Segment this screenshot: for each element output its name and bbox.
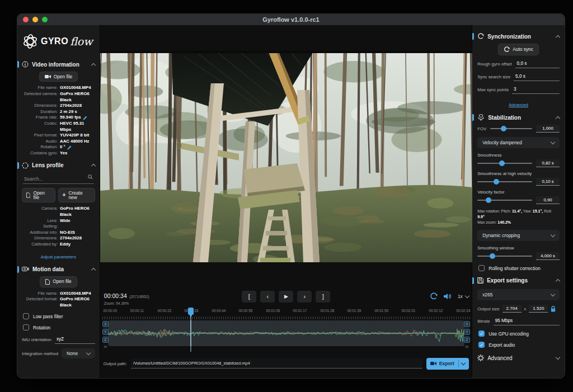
sync-search-size-label: Sync search size <box>477 74 510 79</box>
video-camera-icon <box>430 361 436 366</box>
prev-frame-button[interactable]: ‹ <box>260 291 275 303</box>
tick-label: 00:02:24 <box>456 309 470 313</box>
maximize-button[interactable] <box>42 17 48 22</box>
gyro-waveform-box[interactable] <box>108 320 464 346</box>
export-options-chevron-icon[interactable] <box>461 361 466 365</box>
section-export-settings[interactable]: Export settings <box>472 276 565 285</box>
section-video-information[interactable]: Video information <box>17 60 100 69</box>
output-path-input[interactable] <box>131 358 422 369</box>
checkbox-unchecked[interactable] <box>23 313 29 319</box>
edit-pencil-icon[interactable] <box>67 145 72 150</box>
adjust-parameters-link[interactable]: Adjust parameters <box>41 254 76 259</box>
sync-advanced-link[interactable]: Advanced <box>509 102 528 107</box>
motion-data-list: File name:GX010048.MP4 Detected format:G… <box>22 291 95 309</box>
axis-z-button-left[interactable]: Z <box>102 337 109 343</box>
play-button[interactable]: ▶ <box>279 291 293 303</box>
player-controls: 00:00:34 (2071/8952) Zoom: 94.39% [ ‹ ▶ … <box>100 289 472 307</box>
fov-value[interactable]: 1,000 <box>536 125 560 133</box>
gyro-timeline[interactable]: X Y Z W X Y Z W <box>102 320 470 351</box>
frame-counter: (2071/8952) <box>129 295 149 299</box>
info-row: Audio:AAC 48000 Hz <box>22 139 95 145</box>
info-row: Rotation:0 ° <box>22 144 95 150</box>
fov-slider[interactable] <box>490 125 532 132</box>
axis-y-button-left[interactable]: Y <box>102 329 109 335</box>
axis-x-button-left[interactable]: X <box>102 321 109 327</box>
chevron-down-icon <box>465 293 469 297</box>
axis-x-button-right[interactable]: X <box>464 321 470 327</box>
smoothness-high-velocity-value[interactable]: 0,10 s <box>536 178 560 186</box>
section-lens-profile[interactable]: Lens profile <box>17 161 100 170</box>
minimize-button[interactable] <box>32 17 38 22</box>
smoothness-high-velocity-slider[interactable] <box>477 178 532 185</box>
max-rotation-readout: Max rotation: Pitch: 11.4°, Yaw: 15.1°, … <box>477 209 560 225</box>
checkbox-checked[interactable]: ✓ <box>478 342 485 348</box>
velocity-factor-value[interactable]: 0,90 <box>536 196 560 204</box>
collapse-chevron-icon <box>556 116 560 120</box>
video-open-file-button[interactable]: Open file <box>39 72 78 82</box>
axis-z-button-right[interactable]: Z <box>464 337 470 343</box>
section-accent <box>472 33 474 40</box>
lock-icon[interactable] <box>551 306 556 312</box>
section-motion-data[interactable]: Motion data <box>17 265 100 273</box>
volume-icon[interactable] <box>444 293 452 300</box>
integration-method-select[interactable]: None <box>62 348 95 358</box>
checkbox-unchecked[interactable] <box>23 324 29 330</box>
section-synchronization[interactable]: Synchronization <box>472 32 565 41</box>
info-row: Calibrated by:Eddy <box>22 242 95 248</box>
auto-sync-button[interactable]: Auto sync <box>498 44 539 55</box>
export-advanced-row[interactable]: Advanced <box>472 353 565 362</box>
low-pass-filter-checkbox-row[interactable]: Low pass filter <box>23 313 94 319</box>
lens-open-file-button[interactable]: Open file <box>22 188 55 203</box>
cropping-mode-select[interactable]: Dynamic cropping <box>477 230 560 241</box>
playhead-marker[interactable] <box>188 308 194 315</box>
export-audio-checkbox-row[interactable]: ✓ Export audio <box>478 342 558 348</box>
rough-gyro-offset-input[interactable]: 0,0 s <box>515 60 560 68</box>
velocity-factor-label: Velocity factor <box>477 190 560 195</box>
lens-search-input[interactable] <box>23 174 94 184</box>
smoothing-method-select[interactable]: Velocity dampened <box>477 137 560 148</box>
smoothness-slider[interactable] <box>477 160 532 167</box>
smoothing-window-slider[interactable] <box>477 253 532 259</box>
section-stabilization[interactable]: Stabilization <box>472 113 565 122</box>
current-time: 00:00:34 <box>104 292 127 299</box>
video-viewport[interactable] <box>100 51 472 262</box>
lens-icon <box>22 162 29 169</box>
checkbox-checked[interactable]: ✓ <box>478 330 485 337</box>
gyroflow-logo: GYROflow <box>22 29 95 55</box>
advanced-label: Advanced <box>487 355 553 361</box>
fov-label: FOV <box>477 126 486 131</box>
trim-end-button[interactable]: ] <box>316 291 330 303</box>
lens-create-new-button[interactable]: + Create new <box>58 188 95 203</box>
export-button[interactable]: Export <box>426 358 469 370</box>
trim-start-button[interactable]: [ <box>242 291 256 303</box>
playback-rate-select[interactable]: 1x <box>458 294 469 299</box>
motion-open-file-button[interactable]: Open file <box>40 276 77 287</box>
lens-profile-list: Camera:GoPro HERO6 Black Lens:Wide Setti… <box>22 206 95 247</box>
max-sync-points-input[interactable]: 3 <box>512 86 560 94</box>
sync-search-size-input[interactable]: 5,0 s <box>514 73 560 81</box>
timeline-ruler[interactable]: 00:00:00 00:00:11 00:00:22 00:00:33 00:0… <box>100 307 472 319</box>
smoothing-window-value[interactable]: 4,000 s <box>536 252 560 260</box>
bitrate-input[interactable]: 95 Mbps <box>494 317 560 325</box>
velocity-factor-slider[interactable] <box>477 197 532 204</box>
info-row: Pixel format:YUV420P 8 bit <box>22 133 95 139</box>
smoothness-value[interactable]: 0,82 s <box>536 159 560 167</box>
logo-text-gyro: GYRO <box>41 36 68 46</box>
close-button[interactable] <box>23 17 29 22</box>
sync-icon <box>477 33 484 40</box>
next-frame-button[interactable]: › <box>297 291 312 303</box>
tick-label: 00:00:44 <box>212 309 226 313</box>
tick-label: 00:00:22 <box>157 309 171 313</box>
rotation-checkbox-row[interactable]: Rotation <box>23 324 94 330</box>
axis-y-button-right[interactable]: Y <box>464 329 470 335</box>
motion-data-icon <box>22 266 29 272</box>
imu-orientation-input[interactable]: xyZ <box>55 336 95 344</box>
output-width-input[interactable]: 2.704 <box>502 305 522 313</box>
edit-pencil-icon[interactable] <box>83 116 87 120</box>
checkbox-unchecked[interactable] <box>478 265 485 271</box>
stabilization-toggle-icon[interactable] <box>430 292 438 300</box>
codec-select[interactable]: x265 <box>477 289 560 300</box>
rolling-shutter-checkbox-row[interactable]: Rolling shutter correction <box>478 265 558 271</box>
output-height-input[interactable]: 1.520 <box>529 305 548 313</box>
gpu-encoding-checkbox-row[interactable]: ✓ Use GPU encoding <box>478 330 558 337</box>
